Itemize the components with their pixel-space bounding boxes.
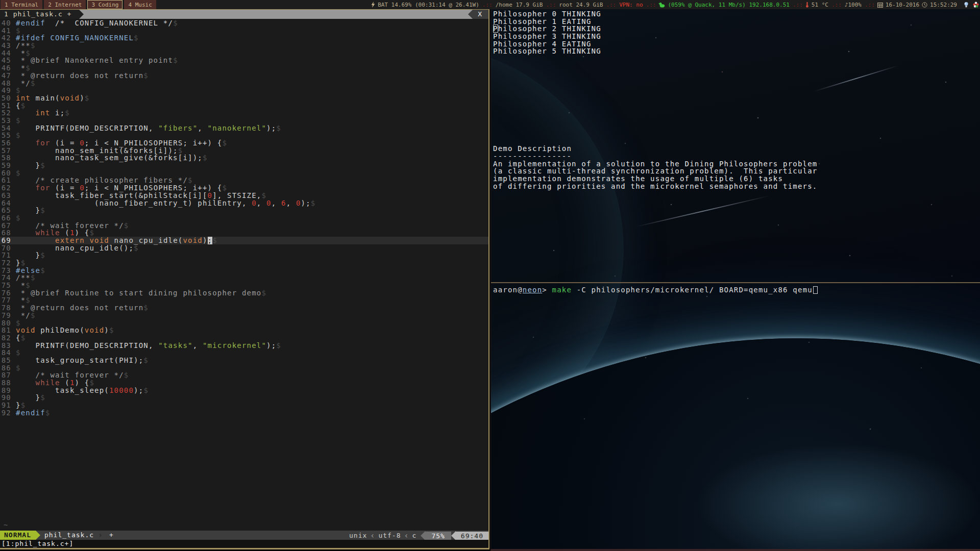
- code-line[interactable]: 81void philDemo(void)$: [0, 327, 488, 334]
- code-line[interactable]: 63 task_fiber_start(&philStack[i][0], ST…: [0, 192, 488, 199]
- code-line[interactable]: 47 * @return does not return$: [0, 72, 488, 80]
- code-token: $: [16, 87, 21, 94]
- code-line[interactable]: 82{$: [0, 334, 488, 342]
- code-line[interactable]: 71 }$: [0, 252, 488, 259]
- pane-divider[interactable]: [491, 282, 980, 283]
- code-line[interactable]: 57 nano_sem_init(&forks[i]);$: [0, 147, 488, 155]
- code-token: $: [134, 244, 139, 252]
- code-line[interactable]: 79 */$: [0, 312, 488, 319]
- calendar-icon: [877, 2, 883, 8]
- code-line[interactable]: 90 }$: [0, 394, 488, 402]
- line-number: 85: [0, 357, 16, 364]
- code-token: for: [36, 184, 51, 192]
- code-line[interactable]: 75 *$: [0, 282, 488, 289]
- line-number: 48: [0, 80, 16, 87]
- code-line[interactable]: 56 for (i = 0; i < N_PHILOSOPHERS; i++) …: [0, 139, 488, 147]
- workspace-switcher[interactable]: 1 Terminal2 Internet3 Coding4 Music: [0, 0, 158, 9]
- tab-close-button[interactable]: X: [473, 10, 488, 19]
- code-line[interactable]: 58 nano_task_sem_give(&forks[i]);$: [0, 154, 488, 162]
- code-token: "microkernel": [203, 342, 266, 349]
- code-token: 0: [80, 184, 85, 192]
- code-token: "nanokernel": [208, 124, 267, 132]
- code-line[interactable]: 76 * @brief Routine to start dining phil…: [0, 289, 488, 297]
- line-number: 59: [0, 162, 16, 169]
- code-line[interactable]: 86$: [0, 364, 488, 372]
- code-line[interactable]: 60$: [0, 169, 488, 177]
- vim-tab-phil-task[interactable]: 1 phil_task.c +: [0, 10, 79, 19]
- code-line[interactable]: 72}$: [0, 259, 488, 267]
- workspace-button-music[interactable]: 4 Music: [124, 0, 156, 9]
- code-token: $: [40, 252, 45, 259]
- code-line[interactable]: 88 while (1) {$: [0, 379, 488, 387]
- wallpaper-stars: [491, 9, 492, 10]
- code-line[interactable]: 53$: [0, 117, 488, 124]
- code-line[interactable]: 62 for (i = 0; i < N_PHILOSOPHERS; i++) …: [0, 184, 488, 192]
- updates-icon[interactable]: [973, 2, 979, 8]
- code-token: *: [16, 49, 26, 57]
- code-line[interactable]: 44 *$: [0, 49, 488, 57]
- shell-prompt[interactable]: aaron@neon> make -C philosophers/microke…: [493, 286, 980, 294]
- vim-code-area[interactable]: 40#endif /* CONFIG_NANOKERNEL */$41$42#i…: [0, 19, 488, 416]
- code-line[interactable]: 66$: [0, 214, 488, 222]
- statusline-modified-flag: +: [105, 531, 116, 540]
- vim-statusline: NORMAL phil_task.c › + unix ‹ utf-8 ‹ c …: [0, 531, 488, 540]
- terminal-output-line: [493, 78, 980, 85]
- code-line[interactable]: 70 nano_cpu_idle();$: [0, 244, 488, 252]
- code-line[interactable]: 74/**$: [0, 274, 488, 282]
- code-line[interactable]: 43/**$: [0, 42, 488, 49]
- code-line[interactable]: 51{$: [0, 102, 488, 110]
- code-line[interactable]: 59 }$: [0, 162, 488, 169]
- code-line[interactable]: 54 PRINTF(DEMO_DESCRIPTION, "fibers", "n…: [0, 124, 488, 132]
- code-line[interactable]: 55$: [0, 132, 488, 139]
- code-token: $: [188, 177, 193, 184]
- code-token: $: [178, 147, 183, 155]
- code-token: $: [276, 342, 281, 349]
- code-line[interactable]: 41$: [0, 27, 488, 35]
- code-line[interactable]: 77 *$: [0, 296, 488, 304]
- code-line[interactable]: 61 /* create philosopher fibers */$: [0, 177, 488, 184]
- code-line[interactable]: 67 /* wait forever */$: [0, 222, 488, 230]
- line-number: 62: [0, 184, 16, 192]
- code-line[interactable]: 87 /* wait forever */$: [0, 371, 488, 379]
- bird-icon: [658, 2, 665, 8]
- code-line[interactable]: 45 * @brief Nanokernel entry point$: [0, 57, 488, 64]
- code-line[interactable]: 78 * @return does not return$: [0, 304, 488, 312]
- code-line[interactable]: 69 extern void nano_cpu_idle(void);$: [0, 237, 488, 244]
- code-line[interactable]: 83 PRINTF(DEMO_DESCRIPTION, "tasks", "mi…: [0, 342, 488, 349]
- statusline-fileformat: unix: [349, 532, 367, 539]
- code-line[interactable]: 46 *$: [0, 64, 488, 72]
- code-line[interactable]: 91}$: [0, 402, 488, 409]
- powerline-arrow-icon: [421, 531, 425, 540]
- system-tray[interactable]: [962, 2, 980, 8]
- vim-empty-line-marker: ~: [4, 521, 8, 529]
- vim-window[interactable]: 1 phil_task.c + X 40#endif /* CONFIG_NAN…: [0, 9, 489, 549]
- workspace-button-internet[interactable]: 2 Internet: [44, 0, 86, 9]
- workspace-button-terminal[interactable]: 1 Terminal: [1, 0, 42, 9]
- code-line[interactable]: 52 int i;$: [0, 109, 488, 117]
- code-line[interactable]: 80$: [0, 319, 488, 327]
- code-line[interactable]: 73#else$: [0, 267, 488, 274]
- code-token: $: [16, 169, 21, 177]
- terminal-window[interactable]: Philosopher 0 THINKINGPhilosopher 1 EATI…: [491, 9, 980, 551]
- code-token: $: [40, 207, 45, 214]
- qemu-output-pane[interactable]: Philosopher 0 THINKINGPhilosopher 1 EATI…: [493, 10, 980, 281]
- code-line[interactable]: 92#endif$: [0, 409, 488, 417]
- code-line[interactable]: 89 task_sleep(10000);$: [0, 387, 488, 394]
- code-line[interactable]: 49$: [0, 87, 488, 94]
- code-token: $: [124, 371, 129, 379]
- code-token: while: [36, 379, 60, 387]
- code-line[interactable]: 85 task_group_start(PHI);$: [0, 357, 488, 364]
- code-line[interactable]: 64 (nano_fiber_entry_t) philEntry, 0, 0,…: [0, 199, 488, 207]
- tmux-statusline[interactable]: [1:phil_task.c+]: [0, 540, 488, 548]
- code-line[interactable]: 48 */$: [0, 80, 488, 87]
- lightbulb-icon[interactable]: [963, 2, 969, 8]
- code-line[interactable]: 84$: [0, 349, 488, 357]
- shell-pane[interactable]: aaron@neon> make -C philosophers/microke…: [493, 286, 980, 549]
- code-line[interactable]: 40#endif /* CONFIG_NANOKERNEL */$: [0, 19, 488, 27]
- workspace-button-coding[interactable]: 3 Coding: [87, 0, 122, 9]
- code-line[interactable]: 50int main(void)$: [0, 94, 488, 102]
- code-line[interactable]: 42#ifdef CONFIG_NANOKERNEL$: [0, 34, 488, 42]
- line-number: 49: [0, 87, 16, 94]
- code-line[interactable]: 65 }$: [0, 207, 488, 214]
- code-line[interactable]: 68 while (1) {$: [0, 229, 488, 237]
